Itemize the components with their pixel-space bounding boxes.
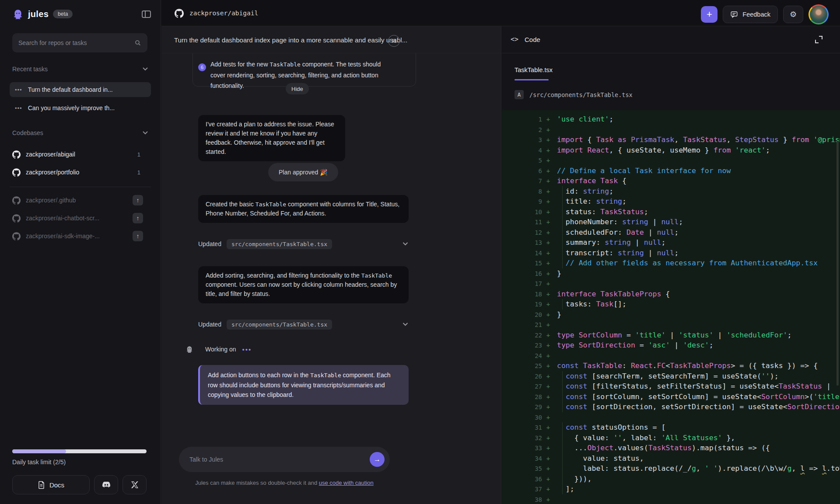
hide-button[interactable]: Hide	[286, 83, 309, 94]
line-number: 25	[502, 361, 542, 372]
diff-added-marker: +	[542, 474, 554, 485]
indent-guide	[562, 453, 563, 464]
up-arrow-icon: ↑	[136, 197, 140, 204]
sidebar-codebase-item-inactive[interactable]: zackproser/ai-sdk-image-...↑	[12, 229, 151, 243]
chat-header: Turn the default dashboard index page in…	[161, 26, 501, 53]
line-number: 11	[502, 217, 542, 228]
diff-added-marker: +	[542, 330, 554, 341]
indent-guide	[562, 381, 563, 392]
code-text: 'use client';	[557, 115, 613, 123]
sidebar-task-item[interactable]: •••Can you massively improve th...	[10, 101, 151, 115]
diff-added-marker: +	[542, 423, 554, 433]
expand-icon[interactable]	[815, 36, 822, 43]
task-item-label: Turn the default dashboard in...	[28, 86, 113, 93]
chevron-down-icon[interactable]	[142, 67, 148, 71]
line-number: 30	[502, 413, 542, 423]
code-line: 9+ title: string;	[502, 196, 840, 207]
line-number: 16	[502, 269, 542, 279]
logo-row: jules beta	[12, 6, 151, 22]
file-path: /src/components/TaskTable.tsx	[529, 91, 633, 98]
code-line: 37+ ];	[502, 484, 840, 494]
code-text: value: status,	[557, 454, 644, 462]
diff-added-marker: +	[542, 197, 554, 207]
code-text: const [filterStatus, setFilterStatus] = …	[557, 382, 840, 390]
diff-added-marker: +	[542, 279, 554, 289]
updated-file-row[interactable]: Updated src/components/TaskTable.tsx	[198, 318, 409, 331]
code-line: 11+ phoneNumber: string | null;	[502, 217, 840, 227]
diff-added-marker: +	[542, 433, 554, 444]
chat-input[interactable]: Talk to Jules →	[179, 447, 390, 472]
discord-button[interactable]	[94, 475, 118, 494]
indent-guide	[562, 463, 563, 474]
code-line: 19+ tasks: Task[];	[502, 299, 840, 309]
search-input[interactable]: Search for repos or tasks	[12, 33, 147, 52]
updated-file-row[interactable]: Updated src/components/TaskTable.tsx	[198, 237, 409, 250]
chevron-down-icon[interactable]	[402, 322, 409, 327]
code-text: const [sortDirection, setSortDirection] …	[557, 403, 840, 411]
app-name: jules	[28, 9, 49, 19]
line-number: 22	[502, 330, 542, 341]
code-text: }	[557, 269, 561, 278]
agent-message: Added sorting, searching, and filtering …	[198, 266, 409, 303]
pause-button[interactable]	[388, 35, 400, 47]
send-button[interactable]: →	[370, 452, 385, 467]
chevron-down-icon[interactable]	[402, 242, 409, 246]
expand-corner	[819, 36, 822, 39]
code-line: 28+ const [sortColumn, setSortColumn] = …	[502, 392, 840, 402]
indent-guide	[562, 422, 563, 433]
feedback-button[interactable]: Feedback	[723, 6, 778, 23]
upload-arrow-button[interactable]: ↑	[133, 231, 143, 241]
sidebar-codebase-item-inactive[interactable]: zackproser/ai-chatbot-scr...↑	[12, 211, 151, 226]
diff-added-marker: +	[542, 146, 554, 156]
x-twitter-button[interactable]	[122, 475, 147, 494]
arrow-right-icon: →	[374, 455, 381, 463]
indent-guide	[562, 433, 563, 443]
upload-arrow-button[interactable]: ↑	[133, 195, 143, 205]
tab-tasktable[interactable]: TaskTable.tsx	[514, 66, 553, 73]
inline-code: TaskTable	[310, 372, 341, 379]
sidebar-collapse-icon[interactable]	[142, 10, 151, 18]
docs-button[interactable]: Docs	[12, 475, 90, 494]
upload-arrow-button[interactable]: ↑	[133, 213, 143, 223]
scrollbar-thumb[interactable]	[836, 141, 839, 386]
sidebar-codebase-item[interactable]: zackproser/portfolio1	[12, 165, 151, 180]
search-icon	[134, 39, 141, 46]
indent-guide	[562, 196, 563, 207]
step-number-badge: 6	[198, 63, 206, 71]
code-line: 25+const TaskTable: React.FC<TaskTablePr…	[502, 361, 840, 371]
code-line: 33+ ...Object.values(TaskStatus).map(sta…	[502, 443, 840, 453]
line-number: 32	[502, 433, 542, 444]
sidebar-task-item[interactable]: •••Turn the default dashboard in...	[10, 82, 151, 97]
caution-link[interactable]: use code with caution	[319, 480, 374, 486]
task-limit-label: Daily task limit (2/5)	[12, 459, 66, 466]
diff-added-marker: +	[542, 289, 554, 300]
sidebar-codebase-item[interactable]: zackproser/abigail1	[12, 147, 151, 162]
github-icon	[12, 196, 21, 205]
chat-messages[interactable]: 6 Add tests for the new TaskTable compon…	[161, 53, 501, 504]
code-line: 4+import React, { useState, useMemo } fr…	[502, 145, 840, 156]
line-number: 27	[502, 382, 542, 392]
search-placeholder: Search for repos or tasks	[18, 39, 131, 46]
code-editor[interactable]: 1+'use client';2+3+import { Task as Pris…	[502, 110, 840, 504]
line-number: 5	[502, 156, 542, 166]
line-number: 12	[502, 228, 542, 238]
updated-file-chip[interactable]: src/components/TaskTable.tsx	[227, 239, 332, 249]
line-number: 9	[502, 197, 542, 207]
sidebar-codebase-item-inactive[interactable]: zackproser/.github↑	[12, 193, 151, 208]
updated-file-chip[interactable]: src/components/TaskTable.tsx	[227, 320, 332, 330]
code-text: status: TaskStatus;	[557, 208, 648, 216]
diff-added-marker: +	[542, 125, 554, 136]
settings-button[interactable]: ⚙	[783, 6, 803, 23]
chevron-down-icon[interactable]	[142, 131, 148, 135]
code-line: 8+ id: string;	[502, 186, 840, 197]
new-task-button[interactable]: +	[701, 6, 718, 23]
diff-added-marker: +	[542, 248, 554, 259]
repo-breadcrumb[interactable]: zackproser/abigail	[175, 0, 258, 26]
code-text: summary: string | null;	[557, 238, 665, 247]
user-avatar[interactable]	[808, 4, 829, 24]
task-title: Turn the default dashboard index page in…	[174, 36, 407, 44]
recent-tasks-heading: Recent tasks	[12, 66, 48, 73]
feedback-button-label: Feedback	[742, 11, 770, 18]
line-number: 36	[502, 474, 542, 485]
diff-added-marker: +	[542, 464, 554, 474]
